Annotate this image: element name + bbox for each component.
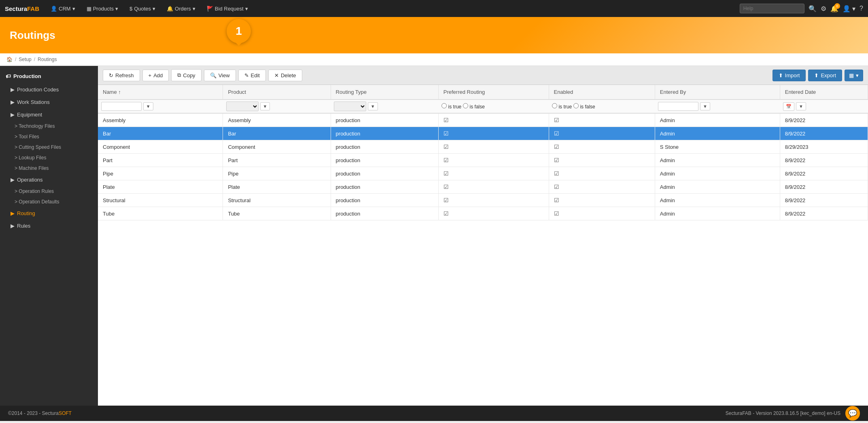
edit-button[interactable]: ✎ Edit <box>238 70 266 81</box>
filter-enabled-false-radio[interactable] <box>573 103 579 108</box>
tag-icon: 🏷 <box>6 73 11 79</box>
cell-entered-date: 8/9/2022 <box>780 154 868 167</box>
edit-icon: ✎ <box>244 72 249 78</box>
sidebar-item-operations[interactable]: ▶ Operations <box>0 173 98 186</box>
table-row[interactable]: Pipe Pipe production ☑ ☑ Admin 8/9/2022 <box>98 167 868 180</box>
filter-product-button[interactable]: ▼ <box>260 102 270 110</box>
cell-routing-type: production <box>331 207 438 220</box>
export-button[interactable]: ⬆ Export <box>808 70 842 81</box>
col-header-entered-by[interactable]: Entered By <box>655 85 780 99</box>
cell-entered-by: Admin <box>655 154 780 167</box>
columns-dropdown-icon: ▾ <box>856 72 859 78</box>
sidebar-sub-operation-defaults[interactable]: > Operation Defaults <box>0 197 98 207</box>
brand-logo[interactable]: SecturaFAB <box>5 5 39 12</box>
filter-entered-by-cell: ▼ <box>655 99 780 113</box>
col-header-name[interactable]: Name ↑ <box>98 85 223 99</box>
table-row[interactable]: Plate Plate production ☑ ☑ Admin 8/9/202… <box>98 180 868 194</box>
col-header-product[interactable]: Product <box>223 85 331 99</box>
footer-copyright: ©2014 - 2023 - SecturaSOFT <box>8 410 72 416</box>
breadcrumb-home-icon[interactable]: 🏠 <box>6 57 13 62</box>
breadcrumb-setup[interactable]: Setup <box>19 57 31 62</box>
filter-product-select[interactable] <box>226 102 259 111</box>
nav-bid-request[interactable]: 🚩 Bid Request ▾ <box>202 3 253 14</box>
check-icon: ☑ <box>554 170 559 177</box>
sidebar-sub-cutting-speed-files[interactable]: > Cutting Speed Files <box>0 142 98 152</box>
filter-enabled-true-radio[interactable] <box>552 103 557 108</box>
notifications-bell[interactable]: 🔔 0 <box>830 5 838 13</box>
cell-entered-date: 8/9/2022 <box>780 127 868 140</box>
cell-entered-date: 8/9/2022 <box>780 113 868 127</box>
cell-entered-date: 8/9/2022 <box>780 194 868 207</box>
sidebar-item-rules[interactable]: ▶ Rules <box>0 220 98 232</box>
refresh-label: Refresh <box>115 72 134 78</box>
sidebar-item-equipment[interactable]: ▶ Equipment <box>0 108 98 121</box>
filter-name-input[interactable] <box>101 102 142 111</box>
view-button[interactable]: 🔍 View <box>204 70 236 81</box>
sidebar-sub-operation-rules[interactable]: > Operation Rules <box>0 186 98 197</box>
filter-entered-by-button[interactable]: ▼ <box>700 102 710 110</box>
import-button[interactable]: ⬆ Import <box>772 70 806 81</box>
check-icon: ☑ <box>554 197 559 203</box>
nav-quotes[interactable]: $ Quotes ▾ <box>125 3 160 14</box>
filter-preferred-false-radio[interactable] <box>463 103 468 108</box>
filter-name-cell: ▼ <box>98 99 223 113</box>
filter-entered-by-input[interactable] <box>658 102 698 111</box>
table-row[interactable]: Bar Bar production ☑ ☑ Admin 8/9/2022 <box>98 127 868 140</box>
filter-routing-type-select[interactable] <box>334 102 366 111</box>
sidebar-sub-tool-files[interactable]: > Tool Files <box>0 131 98 142</box>
cell-name: Part <box>98 154 223 167</box>
help-icon[interactable]: ? <box>860 5 863 12</box>
filter-entered-date-calendar[interactable]: 📅 <box>783 102 794 111</box>
delete-label: Delete <box>281 72 296 78</box>
table-row[interactable]: Assembly Assembly production ☑ ☑ Admin 8… <box>98 113 868 127</box>
top-nav: SecturaFAB 👤 CRM ▾ ▦ Products ▾ $ Quotes… <box>0 0 868 17</box>
check-icon: ☑ <box>554 210 559 217</box>
col-header-routing-type[interactable]: Routing Type <box>331 85 438 99</box>
cell-entered-by: Admin <box>655 167 780 180</box>
cell-name: Tube <box>98 207 223 220</box>
cell-entered-by: S Stone <box>655 140 780 154</box>
sidebar-item-production-codes[interactable]: ▶ Production Codes <box>0 83 98 96</box>
refresh-button[interactable]: ↻ Refresh <box>103 70 140 81</box>
filter-entered-date-filter[interactable]: ▼ <box>796 102 806 110</box>
cell-entered-by: Admin <box>655 127 780 140</box>
search-icon[interactable]: 🔍 <box>809 5 817 13</box>
table-row[interactable]: Structural Structural production ☑ ☑ Adm… <box>98 194 868 207</box>
copy-button[interactable]: ⧉ Copy <box>171 69 201 81</box>
gear-icon[interactable]: ⚙ <box>821 5 826 13</box>
nav-products[interactable]: ▦ Products ▾ <box>82 3 123 14</box>
col-header-entered-date[interactable]: Entered Date <box>780 85 868 99</box>
add-label: Add <box>153 72 163 78</box>
columns-button[interactable]: ▦ ▾ <box>845 70 863 81</box>
refresh-icon: ↻ <box>109 72 113 78</box>
sidebar-production-title[interactable]: 🏷 Production <box>6 70 92 81</box>
sidebar-sub-lookup-files[interactable]: > Lookup Files <box>0 152 98 163</box>
nav-crm[interactable]: 👤 CRM ▾ <box>46 3 80 14</box>
filter-enabled-false-label: is false <box>573 103 595 110</box>
table-row[interactable]: Tube Tube production ☑ ☑ Admin 8/9/2022 <box>98 207 868 220</box>
table-row[interactable]: Part Part production ☑ ☑ Admin 8/9/2022 <box>98 154 868 167</box>
sidebar-item-work-stations[interactable]: ▶ Work Stations <box>0 96 98 108</box>
col-header-enabled[interactable]: Enabled <box>549 85 655 99</box>
filter-name-button[interactable]: ▼ <box>143 102 153 110</box>
cell-routing-type: production <box>331 154 438 167</box>
arrow-right-icon-op: ▶ <box>11 177 15 183</box>
filter-routing-type-button[interactable]: ▼ <box>368 102 378 110</box>
chat-button[interactable]: 💬 <box>845 406 860 421</box>
check-icon: ☑ <box>444 117 449 123</box>
sidebar-sub-machine-files[interactable]: > Machine Files <box>0 163 98 173</box>
add-button[interactable]: + Add <box>142 70 169 81</box>
help-input[interactable] <box>740 4 804 13</box>
table-row[interactable]: Component Component production ☑ ☑ S Sto… <box>98 140 868 154</box>
sidebar-sub-technology-files[interactable]: > Technology Files <box>0 121 98 131</box>
tour-bubble[interactable]: 1 <box>227 19 251 43</box>
col-header-preferred-routing[interactable]: Preferred Routing <box>438 85 549 99</box>
sidebar-label-operations: Operations <box>17 177 43 183</box>
cell-product: Part <box>223 154 331 167</box>
filter-preferred-false-label: is false <box>463 103 485 110</box>
nav-orders[interactable]: 🔔 Orders ▾ <box>162 3 200 14</box>
sidebar-item-routing[interactable]: ▶ Routing <box>0 207 98 220</box>
user-icon[interactable]: 👤 ▾ <box>843 5 855 13</box>
filter-preferred-true-radio[interactable] <box>441 103 447 108</box>
delete-button[interactable]: ✕ Delete <box>268 70 302 81</box>
